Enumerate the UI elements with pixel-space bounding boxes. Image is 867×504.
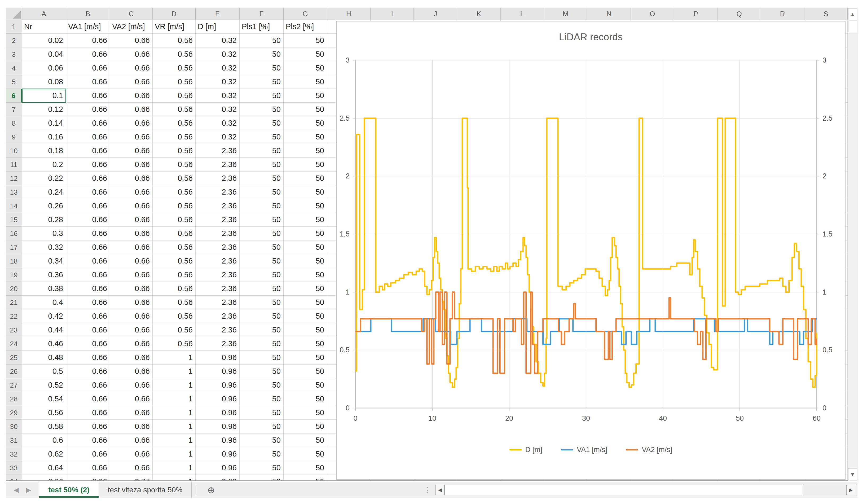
cell-B10[interactable]: 0.66	[66, 144, 110, 158]
row-header-18[interactable]: 18	[6, 254, 22, 268]
cell-D1[interactable]: VR [m/s]	[153, 20, 196, 34]
cell-G31[interactable]: 50	[283, 433, 327, 447]
cell-C3[interactable]: 0.66	[110, 47, 153, 61]
cell-D12[interactable]: 0.56	[153, 172, 196, 185]
cell-A12[interactable]: 0.22	[22, 172, 66, 185]
cell-A9[interactable]: 0.16	[22, 130, 66, 144]
cell-D25[interactable]: 1	[153, 351, 196, 365]
row-header-8[interactable]: 8	[6, 116, 22, 130]
cell-C22[interactable]: 0.66	[110, 309, 153, 323]
cell-G27[interactable]: 50	[283, 378, 327, 392]
cell-E18[interactable]: 2.36	[196, 254, 239, 268]
column-header-A[interactable]: A	[22, 8, 66, 20]
cell-D32[interactable]: 1	[153, 447, 196, 461]
cell-F7[interactable]: 50	[239, 103, 283, 116]
cell-E25[interactable]: 0.96	[196, 351, 239, 365]
cell-C15[interactable]: 0.66	[110, 213, 153, 227]
cell-A5[interactable]: 0.08	[22, 75, 66, 89]
cell-A4[interactable]: 0.06	[22, 61, 66, 75]
cell-D11[interactable]: 0.56	[153, 158, 196, 172]
cell-F9[interactable]: 50	[239, 130, 283, 144]
horizontal-scrollbar-thumb[interactable]	[445, 485, 802, 495]
cell-G22[interactable]: 50	[283, 309, 327, 323]
cell-F4[interactable]: 50	[239, 61, 283, 75]
cell-G7[interactable]: 50	[283, 103, 327, 116]
row-header-15[interactable]: 15	[6, 213, 22, 227]
cell-G13[interactable]: 50	[283, 185, 327, 199]
horizontal-scrollbar[interactable]: ⋮ ◀ ▶	[424, 484, 855, 495]
cell-D21[interactable]: 0.56	[153, 296, 196, 309]
cell-C4[interactable]: 0.66	[110, 61, 153, 75]
cell-E16[interactable]: 2.36	[196, 227, 239, 240]
row-header-10[interactable]: 10	[6, 144, 22, 158]
cell-E7[interactable]: 0.32	[196, 103, 239, 116]
cell-F16[interactable]: 50	[239, 227, 283, 240]
column-header-I[interactable]: I	[371, 8, 414, 20]
cell-B14[interactable]: 0.66	[66, 199, 110, 213]
cell-B30[interactable]: 0.66	[66, 420, 110, 433]
cell-B32[interactable]: 0.66	[66, 447, 110, 461]
cell-F23[interactable]: 50	[239, 323, 283, 337]
cell-C13[interactable]: 0.66	[110, 185, 153, 199]
legend-item[interactable]: VA1 [m/s]	[561, 446, 607, 454]
cell-B13[interactable]: 0.66	[66, 185, 110, 199]
row-header-17[interactable]: 17	[6, 240, 22, 254]
cell-C2[interactable]: 0.66	[110, 34, 153, 47]
column-header-G[interactable]: G	[283, 8, 327, 20]
cell-B25[interactable]: 0.66	[66, 351, 110, 365]
cell-G20[interactable]: 50	[283, 282, 327, 296]
cell-F18[interactable]: 50	[239, 254, 283, 268]
cell-D14[interactable]: 0.56	[153, 199, 196, 213]
column-header-L[interactable]: L	[501, 8, 544, 20]
cell-E31[interactable]: 0.96	[196, 433, 239, 447]
cell-A14[interactable]: 0.26	[22, 199, 66, 213]
cell-G32[interactable]: 50	[283, 447, 327, 461]
cell-B8[interactable]: 0.66	[66, 116, 110, 130]
cell-F21[interactable]: 50	[239, 296, 283, 309]
cell-E29[interactable]: 0.96	[196, 406, 239, 420]
select-all-corner[interactable]	[6, 8, 22, 20]
row-header-22[interactable]: 22	[6, 309, 22, 323]
row-header-29[interactable]: 29	[6, 406, 22, 420]
column-header-F[interactable]: F	[239, 8, 283, 20]
cell-G34[interactable]: 50	[283, 475, 327, 480]
cell-D28[interactable]: 1	[153, 392, 196, 406]
cell-F15[interactable]: 50	[239, 213, 283, 227]
cell-G16[interactable]: 50	[283, 227, 327, 240]
row-header-23[interactable]: 23	[6, 323, 22, 337]
cell-E6[interactable]: 0.32	[196, 89, 239, 103]
cell-G23[interactable]: 50	[283, 323, 327, 337]
cell-A7[interactable]: 0.12	[22, 103, 66, 116]
cell-B31[interactable]: 0.66	[66, 433, 110, 447]
cell-D31[interactable]: 1	[153, 433, 196, 447]
column-header-K[interactable]: K	[457, 8, 501, 20]
cell-A32[interactable]: 0.62	[22, 447, 66, 461]
cell-A3[interactable]: 0.04	[22, 47, 66, 61]
cell-C5[interactable]: 0.66	[110, 75, 153, 89]
cell-A13[interactable]: 0.24	[22, 185, 66, 199]
cell-G21[interactable]: 50	[283, 296, 327, 309]
cell-G33[interactable]: 50	[283, 461, 327, 475]
cell-E30[interactable]: 0.96	[196, 420, 239, 433]
legend-item[interactable]: D [m]	[510, 446, 543, 454]
cell-E24[interactable]: 2.36	[196, 337, 239, 351]
tab-nav-right-icon[interactable]: ▶	[26, 486, 31, 494]
cell-C10[interactable]: 0.66	[110, 144, 153, 158]
cell-B6[interactable]: 0.66	[66, 89, 110, 103]
cell-D17[interactable]: 0.56	[153, 240, 196, 254]
cell-E12[interactable]: 2.36	[196, 172, 239, 185]
cell-D13[interactable]: 0.56	[153, 185, 196, 199]
cell-C14[interactable]: 0.66	[110, 199, 153, 213]
cell-A30[interactable]: 0.58	[22, 420, 66, 433]
cell-D15[interactable]: 0.56	[153, 213, 196, 227]
column-header-H[interactable]: H	[327, 8, 371, 20]
cell-E23[interactable]: 2.36	[196, 323, 239, 337]
cell-F20[interactable]: 50	[239, 282, 283, 296]
cell-C11[interactable]: 0.66	[110, 158, 153, 172]
cell-F26[interactable]: 50	[239, 365, 283, 378]
cell-B3[interactable]: 0.66	[66, 47, 110, 61]
cell-B19[interactable]: 0.66	[66, 268, 110, 282]
cell-F19[interactable]: 50	[239, 268, 283, 282]
row-header-16[interactable]: 16	[6, 227, 22, 240]
horizontal-scrollbar-track[interactable]	[445, 485, 846, 495]
